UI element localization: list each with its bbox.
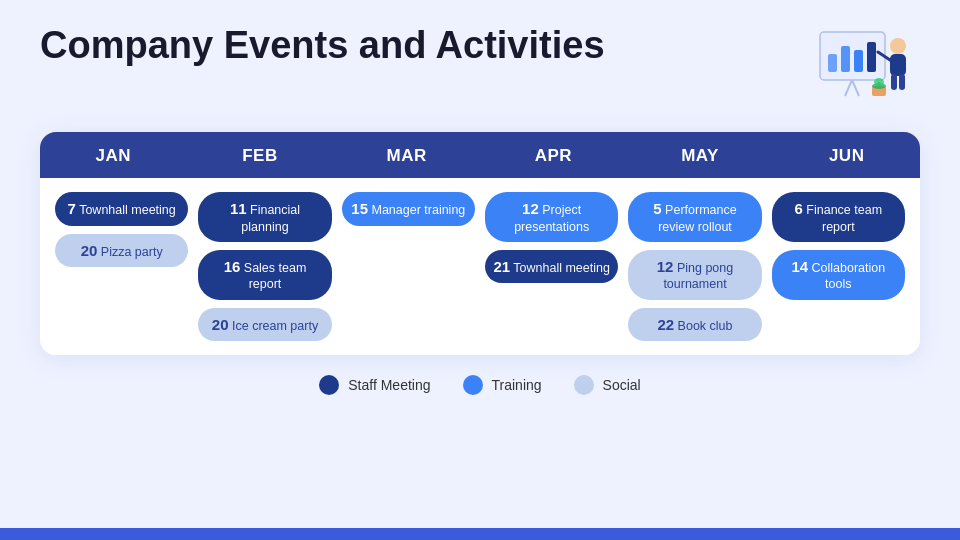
event-pill[interactable]: 11 Financial planning (198, 192, 331, 242)
page-wrapper: Company Events and Activities (0, 0, 960, 540)
legend-item-training: Training (463, 375, 542, 395)
legend-row: Staff MeetingTrainingSocial (40, 369, 920, 399)
event-pill[interactable]: 22 Book club (628, 308, 761, 342)
svg-point-7 (890, 38, 906, 54)
cal-header-feb: FEB (187, 132, 334, 178)
event-pill[interactable]: 20 Ice cream party (198, 308, 331, 342)
page-title: Company Events and Activities (40, 24, 605, 68)
cal-header-jan: JAN (40, 132, 187, 178)
legend-dot-social (574, 375, 594, 395)
title-section: Company Events and Activities (40, 24, 920, 114)
svg-rect-3 (854, 50, 863, 72)
cal-col-apr: 12 Project presentations21 Townhall meet… (480, 192, 623, 341)
svg-rect-10 (899, 74, 905, 90)
svg-rect-8 (890, 54, 906, 76)
event-pill[interactable]: 21 Townhall meeting (485, 250, 618, 284)
cal-header-jun: JUN (773, 132, 920, 178)
event-pill[interactable]: 5 Performance review rollout (628, 192, 761, 242)
cal-col-mar: 15 Manager training (337, 192, 480, 341)
event-pill[interactable]: 12 Ping pong tournament (628, 250, 761, 300)
calendar-body: 7 Townhall meeting20 Pizza party11 Finan… (40, 178, 920, 355)
cal-col-feb: 11 Financial planning16 Sales team repor… (193, 192, 336, 341)
event-pill[interactable]: 6 Finance team report (772, 192, 905, 242)
calendar-header: JANFEBMARAPRMAYJUN (40, 132, 920, 178)
svg-point-15 (874, 78, 884, 86)
illustration (810, 24, 920, 114)
svg-line-6 (852, 80, 859, 96)
cal-col-jun: 6 Finance team report14 Collaboration to… (767, 192, 910, 341)
cal-header-may: MAY (627, 132, 774, 178)
event-pill[interactable]: 7 Townhall meeting (55, 192, 188, 226)
legend-label-training: Training (492, 377, 542, 393)
svg-line-5 (845, 80, 852, 96)
cal-col-jan: 7 Townhall meeting20 Pizza party (50, 192, 193, 341)
event-pill[interactable]: 12 Project presentations (485, 192, 618, 242)
bottom-bar (0, 528, 960, 540)
cal-header-apr: APR (480, 132, 627, 178)
legend-label-social: Social (603, 377, 641, 393)
legend-dot-staff (319, 375, 339, 395)
event-pill[interactable]: 20 Pizza party (55, 234, 188, 268)
svg-rect-9 (891, 74, 897, 90)
legend-label-staff: Staff Meeting (348, 377, 430, 393)
svg-rect-2 (841, 46, 850, 72)
event-pill[interactable]: 16 Sales team report (198, 250, 331, 300)
svg-rect-1 (828, 54, 837, 72)
cal-header-mar: MAR (333, 132, 480, 178)
cal-col-may: 5 Performance review rollout12 Ping pong… (623, 192, 766, 341)
calendar-card: JANFEBMARAPRMAYJUN 7 Townhall meeting20 … (40, 132, 920, 355)
event-pill[interactable]: 15 Manager training (342, 192, 475, 226)
legend-dot-training (463, 375, 483, 395)
event-pill[interactable]: 14 Collaboration tools (772, 250, 905, 300)
legend-item-staff: Staff Meeting (319, 375, 430, 395)
svg-rect-4 (867, 42, 876, 72)
legend-item-social: Social (574, 375, 641, 395)
